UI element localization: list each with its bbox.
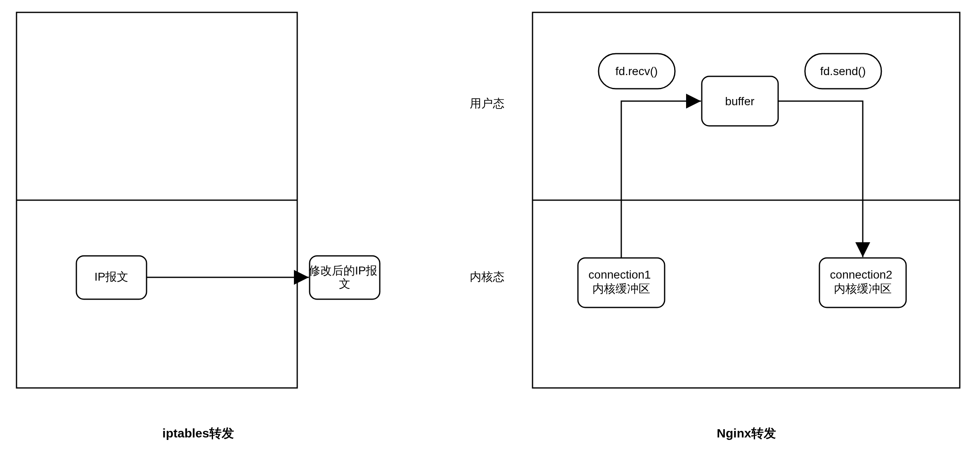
modified-ip-packet-label-1: 修改后的IP报 <box>309 264 377 277</box>
ip-packet-box: IP报文 <box>76 256 147 299</box>
fd-recv-box: fd.recv() <box>599 54 675 89</box>
left-caption: iptables转发 <box>162 426 234 440</box>
connection1-l1: connection1 <box>589 268 651 281</box>
fd-send-label: fd.send() <box>820 65 866 78</box>
connection2-l1: connection2 <box>830 268 892 281</box>
buffer-label: buffer <box>725 95 754 108</box>
right-panel: fd.recv() fd.send() buffer connection1 内… <box>533 12 960 440</box>
ip-packet-label: IP报文 <box>95 270 128 283</box>
connection2-box: connection2 内核缓冲区 <box>819 258 906 307</box>
user-space-label: 用户态 <box>470 97 504 110</box>
fd-send-box: fd.send() <box>805 54 881 89</box>
modified-ip-packet-box: 修改后的IP报 文 <box>309 256 381 299</box>
fd-recv-label: fd.recv() <box>615 65 658 78</box>
left-panel: IP报文 修改后的IP报 文 iptables转发 <box>17 12 381 440</box>
kernel-space-label: 内核态 <box>470 270 504 283</box>
right-caption: Nginx转发 <box>717 426 776 440</box>
buffer-box: buffer <box>702 76 778 126</box>
connection1-box: connection1 内核缓冲区 <box>578 258 665 307</box>
connection1-l2: 内核缓冲区 <box>592 282 650 295</box>
connection2-l2: 内核缓冲区 <box>834 282 892 295</box>
